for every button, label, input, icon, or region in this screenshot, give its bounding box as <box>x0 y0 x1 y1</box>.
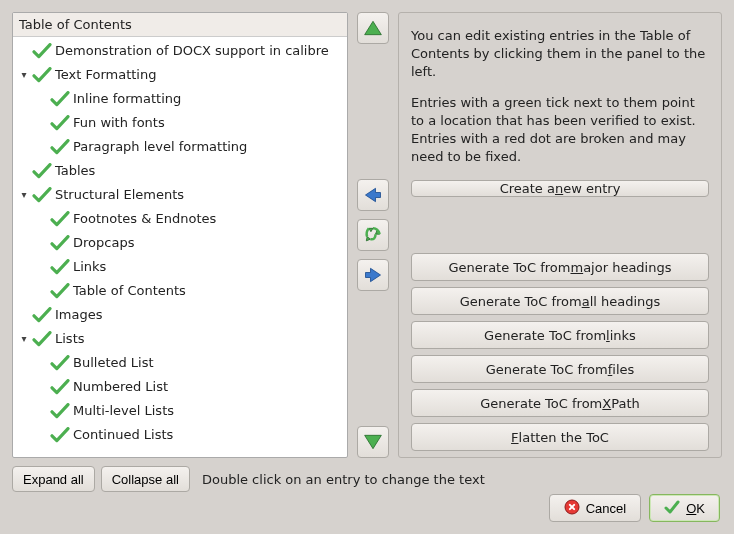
tree-item[interactable]: Images <box>13 303 347 327</box>
create-new-entry-button[interactable]: Create a new entry <box>411 180 709 197</box>
status-check-icon <box>49 234 71 252</box>
status-check-icon <box>49 114 71 132</box>
status-check-icon <box>49 426 71 444</box>
tree-item[interactable]: ▾Lists <box>13 327 347 351</box>
tree-item[interactable]: Multi-level Lists <box>13 399 347 423</box>
tree-item[interactable]: Table of Contents <box>13 279 347 303</box>
status-check-icon <box>31 162 53 180</box>
outdent-button[interactable] <box>357 179 389 211</box>
expand-toggle-icon[interactable]: ▾ <box>17 68 31 82</box>
tree-item[interactable]: Links <box>13 255 347 279</box>
tree-item-label: Text Formatting <box>53 65 156 85</box>
ok-button[interactable]: OK <box>649 494 720 522</box>
tree-header: Table of Contents <box>13 13 347 37</box>
svg-marker-2 <box>366 268 381 281</box>
status-check-icon <box>49 402 71 420</box>
generate-files-button[interactable]: Generate ToC from files <box>411 355 709 383</box>
actions-panel: You can edit existing entries in the Tab… <box>398 12 722 458</box>
recycle-button[interactable] <box>357 219 389 251</box>
generate-links-button[interactable]: Generate ToC from links <box>411 321 709 349</box>
status-check-icon <box>49 210 71 228</box>
status-check-icon <box>31 42 53 60</box>
tree-item-label: Bulleted List <box>71 353 154 373</box>
tree-item-label: Fun with fonts <box>71 113 165 133</box>
tree-item[interactable]: Continued Lists <box>13 423 347 447</box>
expand-all-button[interactable]: Expand all <box>12 466 95 492</box>
tree-item-label: Continued Lists <box>71 425 173 445</box>
tree-item-label: Tables <box>53 161 95 181</box>
generate-major-headings-button[interactable]: Generate ToC from major headings <box>411 253 709 281</box>
move-up-button[interactable] <box>357 12 389 44</box>
reorder-button-column <box>354 12 392 458</box>
tree-item-label: Table of Contents <box>71 281 186 301</box>
expand-toggle-icon[interactable]: ▾ <box>17 332 31 346</box>
generate-all-headings-button[interactable]: Generate ToC from all headings <box>411 287 709 315</box>
tree-item-label: Demonstration of DOCX support in calibre <box>53 41 329 61</box>
svg-marker-1 <box>366 188 381 201</box>
tree-item-label: Links <box>71 257 106 277</box>
dialog-button-row: Cancel OK <box>549 494 720 522</box>
tree-item-label: Multi-level Lists <box>71 401 174 421</box>
tree-item[interactable]: ▾Structural Elements <box>13 183 347 207</box>
status-check-icon <box>49 258 71 276</box>
tree-item[interactable]: Paragraph level formatting <box>13 135 347 159</box>
tree-item-label: Paragraph level formatting <box>71 137 247 157</box>
status-check-icon <box>49 378 71 396</box>
tree-item-label: Dropcaps <box>71 233 134 253</box>
tree-item[interactable]: Demonstration of DOCX support in calibre <box>13 39 347 63</box>
tree-item-label: Footnotes & Endnotes <box>71 209 216 229</box>
tree-item[interactable]: ▾Text Formatting <box>13 63 347 87</box>
info-paragraph-1: You can edit existing entries in the Tab… <box>411 27 709 82</box>
tree-item[interactable]: Fun with fonts <box>13 111 347 135</box>
toc-tree-panel: Table of Contents Demonstration of DOCX … <box>12 12 348 458</box>
ok-icon <box>664 499 680 518</box>
footer-row: Expand all Collapse all Double click on … <box>12 466 722 492</box>
svg-marker-3 <box>365 435 382 448</box>
tree-item-label: Numbered List <box>71 377 168 397</box>
expand-toggle-icon[interactable]: ▾ <box>17 188 31 202</box>
indent-button[interactable] <box>357 259 389 291</box>
tree-item[interactable]: Footnotes & Endnotes <box>13 207 347 231</box>
tree-item[interactable]: Inline formatting <box>13 87 347 111</box>
footer-hint: Double click on an entry to change the t… <box>196 472 485 487</box>
status-check-icon <box>31 186 53 204</box>
tree-item[interactable]: Bulleted List <box>13 351 347 375</box>
tree-item[interactable]: Numbered List <box>13 375 347 399</box>
tree-item-label: Inline formatting <box>71 89 181 109</box>
tree-body[interactable]: Demonstration of DOCX support in calibre… <box>13 37 347 457</box>
info-text: You can edit existing entries in the Tab… <box>411 27 709 166</box>
status-check-icon <box>31 306 53 324</box>
flatten-toc-button[interactable]: Flatten the ToC <box>411 423 709 451</box>
tree-item[interactable]: Tables <box>13 159 347 183</box>
status-check-icon <box>31 330 53 348</box>
status-check-icon <box>49 354 71 372</box>
status-check-icon <box>49 282 71 300</box>
move-down-button[interactable] <box>357 426 389 458</box>
info-paragraph-2: Entries with a green tick next to them p… <box>411 94 709 167</box>
cancel-button[interactable]: Cancel <box>549 494 641 522</box>
collapse-all-button[interactable]: Collapse all <box>101 466 190 492</box>
status-check-icon <box>31 66 53 84</box>
tree-item-label: Images <box>53 305 103 325</box>
tree-item-label: Lists <box>53 329 85 349</box>
tree-item[interactable]: Dropcaps <box>13 231 347 255</box>
status-check-icon <box>49 138 71 156</box>
tree-item-label: Structural Elements <box>53 185 184 205</box>
generate-xpath-button[interactable]: Generate ToC from XPath <box>411 389 709 417</box>
cancel-icon <box>564 499 580 518</box>
cancel-label: Cancel <box>586 501 626 516</box>
svg-marker-0 <box>365 21 382 34</box>
status-check-icon <box>49 90 71 108</box>
